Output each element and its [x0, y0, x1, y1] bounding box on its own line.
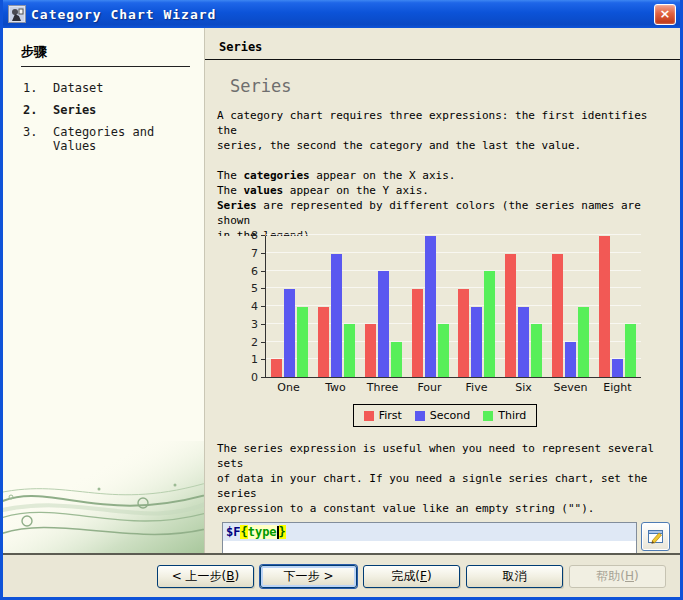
- gridline: [266, 234, 641, 235]
- bar-first-two: [318, 307, 329, 378]
- page-title: Series: [230, 76, 670, 96]
- step-label: Series: [53, 103, 96, 117]
- series-expression-row: $F{type}: [222, 522, 670, 553]
- legend-swatch: [415, 411, 425, 421]
- bar-second-six: [518, 307, 529, 378]
- bar-third-two: [344, 324, 355, 377]
- x-tick-label: Seven: [547, 381, 594, 394]
- step-item-categories-and-values: 3.Categories and Values: [23, 125, 190, 153]
- step-label: Categories and Values: [53, 125, 190, 153]
- y-tick-label: 4: [251, 300, 258, 313]
- y-tick-label: 8: [251, 229, 258, 242]
- window-title: Category Chart Wizard: [31, 7, 654, 22]
- bar-second-three: [378, 271, 389, 377]
- bar-first-seven: [552, 254, 563, 377]
- bar-second-four: [425, 236, 436, 377]
- bar-first-four: [412, 289, 423, 377]
- decorative-swirl-graphic: [3, 441, 205, 553]
- bar-second-one: [284, 289, 295, 377]
- text-line: The values appear on the Y axis.: [217, 183, 670, 198]
- bar-group-four: [407, 236, 454, 377]
- step-number: 1.: [23, 81, 53, 95]
- y-tick-label: 3: [251, 318, 258, 331]
- steps-sidebar: 步骤 1.Dataset2.Series3.Categories and Val…: [3, 28, 205, 553]
- legend-swatch: [364, 411, 374, 421]
- bar-group-three: [360, 236, 407, 377]
- help-button: 帮助(H): [569, 565, 666, 588]
- text-line: Series are represented by different colo…: [217, 198, 670, 228]
- bar-third-one: [297, 307, 308, 378]
- bar-third-seven: [578, 307, 589, 378]
- x-tick-label: Four: [406, 381, 453, 394]
- series-expression-input[interactable]: $F{type}: [222, 522, 637, 553]
- bar-second-seven: [565, 342, 576, 377]
- section-header: Series: [219, 40, 670, 54]
- wizard-icon: [8, 5, 26, 23]
- step-item-series: 2.Series: [23, 103, 190, 117]
- step-number: 2.: [23, 103, 53, 117]
- y-tick-label: 1: [251, 353, 258, 366]
- steps-list: 1.Dataset2.Series3.Categories and Values: [21, 81, 190, 153]
- x-tick-label: Three: [359, 381, 406, 394]
- bar-third-three: [391, 342, 402, 377]
- chart-x-axis-labels: OneTwoThreeFourFiveSixSevenEight: [265, 381, 641, 394]
- bar-group-two: [313, 236, 360, 377]
- x-tick-label: Eight: [594, 381, 641, 394]
- expression-prefix-token: $F: [226, 525, 240, 539]
- bar-group-six: [500, 236, 547, 377]
- bar-group-one: [266, 236, 313, 377]
- sample-bar-chart: 012345678 OneTwoThreeFourFiveSixSevenEig…: [245, 236, 645, 427]
- bar-second-five: [471, 307, 482, 378]
- chart-y-axis: 012345678: [245, 236, 265, 378]
- step-item-dataset: 1.Dataset: [23, 81, 190, 95]
- chart-plot: [265, 236, 641, 378]
- expression-open-brace-token: {: [240, 525, 247, 539]
- bar-second-eight: [612, 359, 623, 377]
- bar-group-seven: [547, 236, 594, 377]
- expression-help-paragraph: The series expression is useful when you…: [217, 441, 670, 516]
- section-divider: [205, 59, 680, 60]
- bar-third-five: [484, 271, 495, 377]
- legend-item-third: Third: [483, 409, 526, 422]
- bar-group-eight: [594, 236, 641, 377]
- close-button[interactable]: ×: [654, 4, 676, 25]
- expression-editor-icon: [647, 528, 665, 546]
- bar-first-one: [271, 359, 282, 377]
- bar-third-six: [531, 324, 542, 377]
- step-label: Dataset: [53, 81, 104, 95]
- category-chart-wizard-dialog: Category Chart Wizard × 步骤 1.Dataset2.Se…: [0, 0, 683, 600]
- legend-item-first: First: [364, 409, 402, 422]
- bar-first-eight: [599, 236, 610, 377]
- button-bar: < 上一步(B)下一步 >完成(F)取消帮助(H): [3, 555, 680, 597]
- y-tick-label: 6: [251, 265, 258, 278]
- bar-third-eight: [625, 324, 636, 377]
- y-tick-label: 0: [251, 371, 258, 384]
- main-panel: Series Series A category chart requires …: [205, 28, 680, 553]
- next-button[interactable]: 下一步 >: [260, 565, 357, 588]
- open-expression-editor-button[interactable]: [641, 522, 670, 551]
- bar-first-five: [458, 289, 469, 377]
- steps-header: 步骤: [21, 43, 190, 67]
- step-number: 3.: [23, 125, 53, 153]
- x-tick-label: Two: [312, 381, 359, 394]
- cancel-button[interactable]: 取消: [466, 565, 563, 588]
- legend-item-second: Second: [415, 409, 470, 422]
- intro-paragraph: A category chart requires three expressi…: [217, 108, 670, 153]
- y-tick-label: 7: [251, 247, 258, 260]
- x-tick-label: Five: [453, 381, 500, 394]
- title-bar: Category Chart Wizard ×: [3, 0, 680, 28]
- bar-second-two: [331, 254, 342, 377]
- expression-close-brace-token: }: [279, 525, 286, 539]
- y-tick-label: 2: [251, 336, 258, 349]
- finish-button[interactable]: 完成(F): [363, 565, 460, 588]
- y-tick-label: 5: [251, 282, 258, 295]
- x-tick-label: Six: [500, 381, 547, 394]
- back-button[interactable]: < 上一步(B): [157, 565, 254, 588]
- x-tick-label: One: [265, 381, 312, 394]
- bar-first-three: [365, 324, 376, 377]
- bar-third-four: [438, 324, 449, 377]
- dialog-body: 步骤 1.Dataset2.Series3.Categories and Val…: [3, 28, 680, 553]
- bar-group-five: [454, 236, 501, 377]
- chart-legend: FirstSecondThird: [353, 404, 538, 427]
- expression-field-token: type: [248, 525, 277, 539]
